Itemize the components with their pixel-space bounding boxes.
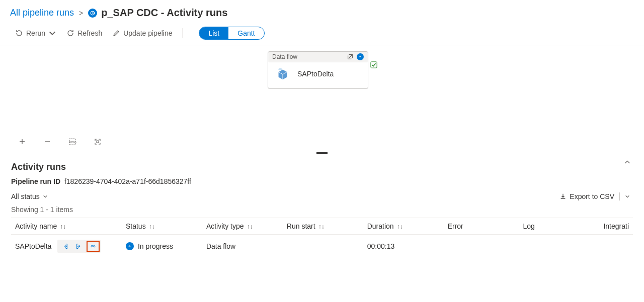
run-status-icon[interactable] [357, 53, 364, 60]
details-panel: Activity runs Pipeline run ID f1826239-4… [0, 152, 644, 258]
svg-point-6 [94, 245, 95, 247]
chevron-down-icon [625, 194, 630, 199]
chevron-down-icon [48, 29, 56, 37]
activity-runs-table: Activity name↑↓ Status↑↓ Activity type↑↓… [11, 218, 633, 258]
breadcrumb-root-link[interactable]: All pipeline runs [10, 8, 74, 18]
chevron-down-icon [43, 194, 48, 199]
update-pipeline-button[interactable]: Update pipeline [112, 29, 172, 37]
view-gantt-tab[interactable]: Gantt [228, 27, 264, 39]
export-group: Export to CSV [554, 192, 633, 200]
zoom-in-button[interactable] [17, 137, 27, 147]
sort-icon: ↑↓ [60, 223, 66, 230]
activity-node-header: Data flow [268, 52, 368, 62]
col-duration[interactable]: Duration↑↓ [363, 218, 444, 235]
activity-node-body: SAPtoDelta [268, 62, 368, 88]
download-icon [559, 193, 567, 200]
canvas-toolbar: 100% [17, 137, 103, 147]
cell-activity-type: Data flow [202, 235, 283, 258]
refresh-button[interactable]: Refresh [66, 29, 102, 37]
col-activity-type[interactable]: Activity type↑↓ [202, 218, 283, 235]
rerun-button[interactable]: Rerun [15, 29, 56, 37]
in-progress-icon [126, 242, 134, 250]
input-details-button[interactable] [58, 241, 71, 252]
cell-integration [599, 235, 633, 258]
run-id-value: f1826239-4704-402a-a71f-66d1856327ff [64, 177, 191, 185]
svg-text:100%: 100% [68, 141, 76, 144]
export-csv-button[interactable]: Export to CSV [554, 192, 619, 200]
table-row[interactable]: SAPtoDelta [11, 235, 633, 258]
section-heading: Activity runs [11, 162, 633, 172]
col-log[interactable]: Log [519, 218, 600, 235]
sort-icon: ↑↓ [318, 223, 325, 230]
status-filter-label: All status [11, 192, 40, 200]
output-details-button[interactable] [72, 241, 86, 252]
export-csv-label: Export to CSV [570, 192, 614, 200]
status-filter-dropdown[interactable]: All status [11, 192, 48, 200]
cell-activity-name: SAPtoDelta [15, 242, 51, 250]
sort-icon: ↑↓ [397, 223, 403, 230]
col-run-start[interactable]: Run start↑↓ [283, 218, 363, 235]
svg-point-5 [91, 245, 93, 247]
cell-duration: 00:00:13 [363, 235, 444, 258]
row-actions [57, 240, 101, 253]
col-activity-name[interactable]: Activity name↑↓ [11, 218, 122, 235]
items-count: Showing 1 - 1 items [11, 206, 633, 214]
zoom-fit-button[interactable]: 100% [67, 137, 77, 147]
run-id-label: Pipeline run ID [11, 177, 60, 185]
breadcrumb: All pipeline runs > p_SAP CDC - Activity… [0, 4, 644, 24]
activity-node[interactable]: Data flow SAPtoDelta [268, 51, 368, 89]
zoom-out-button[interactable] [42, 137, 52, 147]
page-title: p_SAP CDC - Activity runs [101, 7, 227, 19]
export-csv-more-button[interactable] [619, 192, 633, 200]
cell-error [444, 235, 519, 258]
open-external-icon[interactable] [347, 53, 354, 60]
breadcrumb-current: p_SAP CDC - Activity runs [88, 7, 227, 19]
toolbar: Rerun Refresh Update pipeline List Gantt [0, 24, 644, 46]
col-status[interactable]: Status↑↓ [122, 218, 202, 235]
sort-icon: ↑↓ [149, 223, 155, 230]
svg-rect-1 [371, 62, 377, 68]
cell-log [519, 235, 600, 258]
rerun-icon [15, 29, 23, 37]
sort-icon: ↑↓ [247, 223, 253, 230]
collapse-panel-button[interactable] [624, 159, 631, 167]
view-toggle: List Gantt [199, 27, 264, 40]
activity-node-type: Data flow [272, 53, 297, 60]
pipeline-canvas[interactable]: Data flow SAPtoDelta [0, 46, 644, 152]
refresh-label: Refresh [77, 29, 102, 37]
refresh-icon [66, 29, 74, 37]
rerun-label: Rerun [26, 29, 45, 37]
cell-run-start [283, 235, 363, 258]
details-glasses-button[interactable] [87, 241, 100, 252]
pencil-icon [112, 29, 120, 37]
cell-status: In progress [138, 242, 173, 250]
breadcrumb-separator: > [79, 9, 83, 17]
update-pipeline-label: Update pipeline [123, 29, 172, 37]
col-error[interactable]: Error [444, 218, 519, 235]
dataflow-icon [275, 66, 290, 81]
pipeline-icon [88, 9, 97, 18]
view-list-tab[interactable]: List [199, 27, 228, 39]
col-integration[interactable]: Integrati [599, 218, 633, 235]
run-id-row: Pipeline run ID f1826239-4704-402a-a71f-… [11, 177, 633, 185]
fullscreen-button[interactable] [93, 137, 103, 147]
activity-node-name: SAPtoDelta [297, 70, 334, 78]
svg-rect-4 [97, 141, 99, 143]
toolbar-divider [182, 28, 183, 38]
success-check-icon [370, 61, 377, 68]
